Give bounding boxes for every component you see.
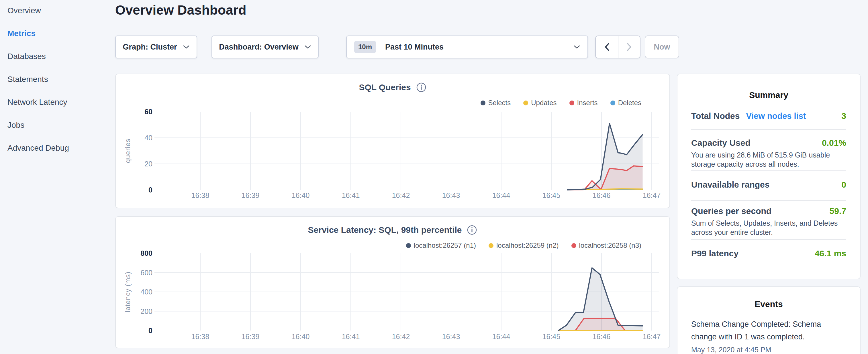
summary-row-queries-per-second: Queries per second 59.7 Sum of Selects, …: [691, 201, 846, 240]
summary-row-capacity-used: Capacity Used 0.01% You are using 28.6 M…: [691, 130, 846, 171]
now-button[interactable]: Now: [645, 35, 679, 58]
event-item-text[interactable]: Schema Change Completed: Schema change w…: [691, 318, 836, 343]
chevron-right-icon: [626, 42, 632, 52]
summary-title: Summary: [691, 74, 846, 100]
summary-label: P99 latency: [691, 248, 739, 259]
summary-label: Total Nodes: [691, 111, 740, 121]
svg-text:60: 60: [145, 108, 152, 116]
summary-value: 0.01%: [822, 138, 846, 148]
svg-text:16:39: 16:39: [242, 191, 260, 199]
svg-text:40: 40: [145, 134, 152, 142]
svg-text:16:45: 16:45: [542, 332, 560, 341]
summary-label: Unavailable ranges: [691, 180, 769, 190]
summary-value: 0: [841, 180, 846, 190]
svg-text:latency (ms): latency (ms): [124, 271, 131, 313]
sql-queries-plot[interactable]: 020406016:3816:3916:4016:4116:4216:4316:…: [116, 74, 670, 206]
sql-queries-chart-card: SQL Queries SelectsUpdatesInsertsDeletes…: [115, 74, 670, 208]
chevron-down-icon: [183, 45, 190, 49]
svg-text:16:40: 16:40: [292, 191, 310, 199]
svg-text:queries: queries: [124, 139, 131, 163]
service-latency-chart-card: Service Latency: SQL, 99th percentile lo…: [115, 216, 670, 348]
svg-text:16:47: 16:47: [643, 191, 661, 199]
chevron-down-icon: [304, 45, 311, 49]
controls-divider: [333, 35, 333, 58]
sidebar-item-statements[interactable]: Statements: [7, 68, 48, 91]
svg-text:16:45: 16:45: [542, 191, 560, 199]
svg-text:600: 600: [141, 269, 152, 277]
summary-value: 59.7: [830, 206, 846, 216]
view-nodes-list-link[interactable]: View nodes list: [746, 111, 806, 121]
dashboard-label: Dashboard: Overview: [219, 43, 299, 52]
time-range-badge: 10m: [354, 41, 376, 53]
summary-description: You are using 28.6 MiB of 515.9 GiB usab…: [691, 150, 846, 169]
svg-text:16:43: 16:43: [442, 332, 460, 341]
svg-text:16:46: 16:46: [593, 332, 611, 341]
time-next-button[interactable]: [618, 36, 640, 58]
sidebar: Overview Metrics Databases Statements Ne…: [0, 0, 115, 354]
chevron-left-icon: [604, 42, 610, 52]
summary-value: 3: [841, 111, 846, 121]
chevron-down-icon: [574, 45, 580, 49]
graph-scope-dropdown[interactable]: Graph: Cluster: [115, 35, 197, 58]
svg-text:16:47: 16:47: [643, 332, 661, 341]
dashboard-dropdown[interactable]: Dashboard: Overview: [212, 35, 319, 58]
summary-row-total-nodes: Total Nodes View nodes list 3: [691, 111, 846, 130]
svg-text:0: 0: [149, 326, 152, 334]
events-panel: Events Schema Change Completed: Schema c…: [677, 286, 861, 354]
time-range-label: Past 10 Minutes: [385, 43, 568, 52]
svg-text:16:38: 16:38: [191, 191, 210, 199]
svg-text:16:38: 16:38: [191, 332, 210, 341]
summary-label: Queries per second: [691, 206, 771, 216]
time-step-buttons: [595, 35, 641, 58]
svg-text:400: 400: [141, 288, 152, 296]
svg-text:16:39: 16:39: [242, 332, 260, 341]
time-prev-button[interactable]: [596, 36, 618, 58]
summary-description: Sum of Selects, Updates, Inserts, and De…: [691, 219, 846, 237]
svg-text:16:41: 16:41: [342, 191, 360, 199]
svg-text:16:42: 16:42: [392, 332, 410, 341]
svg-text:16:44: 16:44: [492, 332, 510, 341]
sidebar-item-overview[interactable]: Overview: [7, 0, 41, 22]
summary-row-unavailable-ranges: Unavailable ranges 0: [691, 171, 846, 201]
svg-text:200: 200: [141, 307, 152, 315]
svg-text:800: 800: [141, 249, 152, 257]
graph-scope-label: Graph: Cluster: [123, 43, 177, 52]
svg-text:16:40: 16:40: [292, 332, 310, 341]
svg-text:16:41: 16:41: [342, 332, 360, 341]
sidebar-item-advanced-debug[interactable]: Advanced Debug: [7, 137, 69, 160]
events-title: Events: [691, 287, 846, 309]
page-title: Overview Dashboard: [115, 2, 246, 18]
time-range-dropdown[interactable]: 10m Past 10 Minutes: [346, 35, 588, 58]
summary-label: Capacity Used: [691, 138, 750, 148]
svg-text:16:44: 16:44: [492, 191, 510, 199]
svg-text:20: 20: [145, 160, 152, 168]
svg-text:16:43: 16:43: [442, 191, 460, 199]
service-latency-plot[interactable]: 020040060080016:3816:3916:4016:4116:4216…: [116, 217, 670, 347]
sidebar-item-databases[interactable]: Databases: [7, 45, 46, 68]
svg-text:16:46: 16:46: [593, 191, 611, 199]
sidebar-item-metrics[interactable]: Metrics: [7, 22, 35, 45]
sidebar-item-jobs[interactable]: Jobs: [7, 114, 24, 137]
svg-text:16:42: 16:42: [392, 191, 410, 199]
summary-panel: Summary Total Nodes View nodes list 3 Ca…: [677, 74, 861, 279]
event-item-timestamp: May 13, 2020 at 4:45 PM: [691, 345, 846, 354]
summary-value: 46.1 ms: [815, 248, 846, 259]
sidebar-item-network-latency[interactable]: Network Latency: [7, 91, 67, 114]
summary-row-p99-latency: P99 latency 46.1 ms: [691, 240, 846, 259]
svg-text:0: 0: [149, 186, 152, 194]
